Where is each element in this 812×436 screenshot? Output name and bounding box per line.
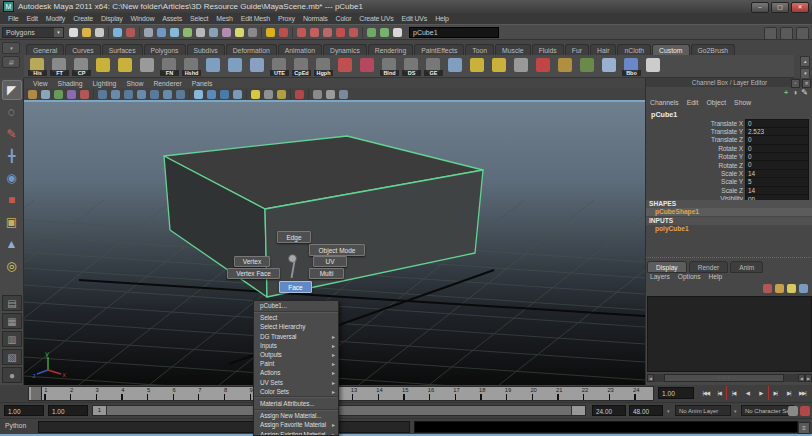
panel-toolbar-icon[interactable] (123, 89, 134, 100)
playback-button[interactable]: |◀ (726, 386, 741, 400)
shelf-tab[interactable]: Fur (565, 44, 589, 55)
panel-menu-item[interactable]: Renderer (148, 80, 186, 87)
channel-label[interactable]: Translate X (646, 120, 743, 127)
context-menu-item[interactable]: Assign Existing Material (254, 429, 338, 436)
toolbox-tool[interactable]: ◉ (2, 168, 22, 188)
shelf-tab[interactable]: General (26, 44, 64, 55)
layout-shortcut-button[interactable]: ● (2, 367, 22, 383)
shelf-tab[interactable]: Surfaces (102, 44, 143, 55)
playback-button[interactable]: ▶| (768, 386, 783, 400)
shelf-tab[interactable]: Rendering (368, 44, 413, 55)
toolbox-tool[interactable]: ▲ (2, 234, 22, 254)
playback-button[interactable]: ◀ (741, 386, 755, 400)
shelf-tab[interactable]: Fluids (532, 44, 564, 55)
layout-shortcut-button[interactable]: ▤ (2, 295, 22, 311)
panel-toolbar-icon[interactable] (338, 89, 349, 100)
range-start-handle[interactable]: 1 (93, 406, 107, 415)
menu-item[interactable]: Select (186, 15, 212, 22)
shelf-tab[interactable]: Toon (465, 44, 494, 55)
shelf-item[interactable]: GE (424, 57, 443, 76)
shelf-item[interactable] (336, 57, 355, 76)
status-line-icon[interactable] (182, 27, 193, 38)
toolbox-tool[interactable]: ◤ (2, 80, 22, 100)
scroll-left-icon[interactable]: ◀ (647, 374, 654, 382)
shelf-item[interactable]: CP (72, 57, 91, 76)
shelf-tab[interactable]: Muscle (495, 44, 531, 55)
shelf-item[interactable] (358, 57, 377, 76)
channel-box-menu-item[interactable]: Channels (648, 99, 685, 106)
shelf-item[interactable] (644, 57, 663, 76)
layout-shortcut-button[interactable]: ▧ (2, 349, 22, 365)
menu-item[interactable]: Create UVs (355, 15, 397, 22)
panel-toolbar-icon[interactable] (97, 89, 108, 100)
status-line-icon[interactable] (361, 27, 364, 38)
status-line-icon[interactable] (278, 27, 289, 38)
status-line-icon[interactable] (169, 27, 180, 38)
menu-item[interactable]: Edit UVs (397, 15, 431, 22)
show-tool-settings-icon[interactable] (780, 27, 793, 40)
menu-item[interactable]: Normals (299, 15, 332, 22)
animation-end-field[interactable]: 48.00 (629, 405, 663, 416)
close-button[interactable]: ✕ (791, 2, 809, 13)
layer-list[interactable] (647, 296, 812, 372)
manip-axis-icon[interactable]: + (784, 88, 789, 97)
command-input-field[interactable] (38, 421, 410, 433)
layer-editor-tab[interactable]: Anim (730, 261, 763, 273)
layer-editor-icon[interactable] (775, 284, 784, 293)
panel-toolbar-icon[interactable] (53, 89, 64, 100)
layer-editor-tab[interactable]: Render (689, 261, 729, 273)
layer-editor-menu-item[interactable]: Layers (648, 273, 676, 280)
scroll-right-icon[interactable]: ◀ (798, 374, 805, 382)
shelf-item[interactable] (226, 57, 245, 76)
script-editor-icon[interactable]: ≡ (798, 422, 810, 434)
status-line-icon[interactable] (221, 27, 232, 38)
marking-menu-object-mode[interactable]: Object Mode (309, 244, 365, 256)
show-channel-box-icon[interactable] (796, 27, 809, 40)
shelf-item[interactable] (94, 57, 113, 76)
panel-toolbar-icon[interactable] (276, 89, 287, 100)
menu-item[interactable]: Display (97, 15, 127, 22)
status-line-icon[interactable] (234, 27, 245, 38)
panel-toolbar-icon[interactable] (79, 89, 90, 100)
layer-editor-icon[interactable] (799, 284, 808, 293)
context-menu-item[interactable]: Paint (254, 359, 338, 368)
shelf-item[interactable]: DS (402, 57, 421, 76)
status-line-icon[interactable] (335, 27, 346, 38)
status-line-icon[interactable] (260, 27, 263, 38)
channel-label[interactable]: Scale Y (646, 178, 743, 185)
menu-item[interactable]: Edit Mesh (237, 15, 274, 22)
marking-menu-edge[interactable]: Edge (277, 231, 311, 243)
shelf-item[interactable]: UTE (270, 57, 289, 76)
maximize-button[interactable]: ▢ (771, 2, 789, 13)
panel-toolbar-icon[interactable] (250, 89, 261, 100)
status-line-icon[interactable] (143, 27, 154, 38)
panel-close-icon[interactable]: ✕ (802, 79, 811, 88)
panel-menu-item[interactable]: Show (121, 80, 148, 87)
status-line-icon[interactable] (138, 27, 141, 38)
channel-label[interactable]: Scale X (646, 170, 743, 177)
playback-start-field[interactable]: 1.00 (48, 405, 88, 416)
status-line-icon[interactable] (379, 27, 390, 38)
shelf-item[interactable]: FT (50, 57, 69, 76)
status-line-icon[interactable] (112, 27, 123, 38)
range-end-handle[interactable] (571, 406, 585, 415)
input-node-name[interactable]: polyCube1 (646, 225, 812, 233)
context-menu-item[interactable]: Inputs (254, 341, 338, 350)
time-slider[interactable]: 123456789101112131415161718192021222324 (28, 386, 654, 401)
shelf-item[interactable] (446, 57, 465, 76)
channel-box-menu-item[interactable]: Edit (685, 99, 705, 106)
shelf-tab[interactable]: Curves (65, 44, 101, 55)
panel-menu-item[interactable]: Panels (187, 80, 218, 87)
panel-toolbar-icon[interactable] (27, 89, 38, 100)
panel-menu-item[interactable]: Shading (53, 80, 88, 87)
shelf-item[interactable] (534, 57, 553, 76)
menu-item[interactable]: Mesh (212, 15, 236, 22)
channel-box-menu-item[interactable]: Show (732, 99, 757, 106)
status-line-icon[interactable] (309, 27, 320, 38)
toolbox-tool[interactable]: ■ (2, 190, 22, 210)
channel-label[interactable]: Scale Z (646, 187, 743, 194)
title-bar[interactable]: M Autodesk Maya 2011 x64: C:\New folder\… (0, 0, 812, 14)
shelf-tab[interactable]: Polygons (144, 44, 186, 55)
context-menu-item[interactable]: Assign Favorite Material (254, 420, 338, 429)
status-line-icon[interactable] (322, 27, 333, 38)
